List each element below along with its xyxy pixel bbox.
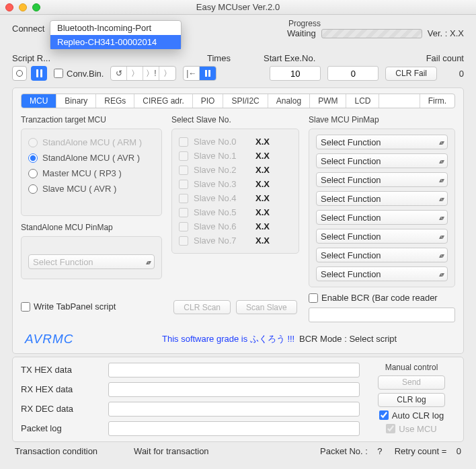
- slave-row-1: Slave No.1X.X: [179, 149, 292, 163]
- connect-label: Connect: [12, 24, 44, 34]
- standalone-pinmap-box: Select Function▴▾: [21, 236, 162, 279]
- startexe-label: Start Exe.No.: [264, 53, 331, 63]
- conv-bin-label: Conv.Bin.: [67, 69, 104, 79]
- tab-pio[interactable]: PIO: [193, 94, 224, 108]
- tab-mcu[interactable]: MCU: [22, 94, 56, 108]
- tab-lcd[interactable]: LCD: [346, 94, 379, 108]
- slave-pinmap-select-5[interactable]: Select Function▴▾: [316, 229, 448, 244]
- times-label: Times: [207, 53, 247, 63]
- slave-row-2: Slave No.2X.X: [179, 163, 292, 177]
- tab-cireg[interactable]: CIREG adr.: [134, 94, 192, 108]
- pause-button-2[interactable]: [200, 67, 216, 80]
- select-slave-title: Select Slave No.: [171, 115, 299, 124]
- pause-button-1[interactable]: [31, 66, 47, 81]
- radio-slave-avr[interactable]: Slave MCU ( AVR ): [28, 181, 155, 196]
- main-panel: MCU Binary REGs CIREG adr. PIO SPI/I2C A…: [12, 87, 464, 354]
- clr-scan-button[interactable]: CLR Scan: [173, 300, 231, 314]
- slave-pinmap-select-7[interactable]: Select Function▴▾: [316, 266, 448, 281]
- titlebar: Easy MCUser Ver.2.0: [0, 0, 476, 15]
- slave-pinmap-select-3[interactable]: Select Function▴▾: [316, 191, 448, 206]
- slave-pinmap-select-6[interactable]: Select Function▴▾: [316, 248, 448, 262]
- failcount-value: 0: [444, 69, 464, 79]
- target-mcu-title: Tranzaction target MCU: [21, 115, 162, 124]
- rxdec-input[interactable]: [108, 402, 360, 417]
- auto-clr-log-checkbox[interactable]: Auto CLR log: [379, 410, 444, 421]
- txhex-input[interactable]: [108, 363, 360, 377]
- conv-bin-checkbox[interactable]: Conv.Bin.: [54, 69, 104, 79]
- slave-row-6: Slave No.6X.X: [179, 219, 292, 233]
- software-grade-label: This software grade is ふくろう !!!: [162, 333, 299, 345]
- standalone-pinmap-title: StandAlone MCU PinMap: [21, 223, 162, 232]
- pktno-label: Packet No. :: [320, 446, 368, 456]
- progress-status: Waiting: [287, 28, 316, 38]
- retry-label: Retry count =: [395, 446, 447, 456]
- slave-row-7: Slave No.7X.X: [179, 233, 292, 248]
- clr-fail-button[interactable]: CLR Fail: [385, 67, 437, 81]
- wait-label: Wait for transaction: [134, 446, 209, 456]
- startexe-input[interactable]: [327, 66, 379, 81]
- port-option-bluetooth[interactable]: Bluetooth-Incoming-Port: [50, 21, 181, 35]
- clr-log-button[interactable]: CLR log: [378, 393, 445, 407]
- times-input[interactable]: [270, 66, 321, 81]
- rxhex-input[interactable]: [108, 382, 360, 397]
- reset-button[interactable]: |←: [184, 67, 200, 80]
- bcr-mode-label: BCR Mode : Select script: [299, 334, 397, 344]
- script-label: Script R...: [12, 53, 50, 63]
- slave-row-3: Slave No.3X.X: [179, 177, 292, 191]
- slave-pinmap-box: Select Function▴▾ Select Function▴▾ Sele…: [309, 129, 455, 287]
- slave-pinmap-title: Slave MCU PinMap: [309, 115, 455, 124]
- manual-control-label: Manual control: [385, 363, 438, 372]
- tab-firm[interactable]: Firm.: [420, 94, 454, 108]
- rxdec-label: RX DEC data: [21, 404, 102, 414]
- slave-row-5: Slave No.5X.X: [179, 205, 292, 219]
- tab-spi[interactable]: SPI/I2C: [223, 94, 268, 108]
- step-button-2[interactable]: 〉: [159, 67, 175, 80]
- target-mcu-box: StandAlone MCU ( ARM ) StandAlone MCU ( …: [21, 129, 162, 216]
- tab-binary[interactable]: Binary: [56, 94, 96, 108]
- failcount-label: Fail count: [417, 53, 464, 63]
- port-option-repleo[interactable]: Repleo-CH341-00002014: [50, 35, 181, 49]
- slave-row-4: Slave No.4X.X: [179, 191, 292, 205]
- reset-controls: |←: [183, 66, 216, 81]
- radio-avr[interactable]: StandAlone MCU ( AVR ): [28, 150, 155, 166]
- progress-label: Progress: [288, 19, 321, 28]
- record-button[interactable]: [12, 66, 27, 81]
- enable-bcr-checkbox[interactable]: Enable BCR (Bar code reader: [309, 293, 438, 303]
- use-mcu-checkbox: Use MCU: [386, 424, 436, 434]
- pktlog-input[interactable]: [108, 421, 360, 436]
- retry-value: 0: [457, 446, 461, 456]
- trans-cond-label: Transaction condition: [15, 446, 97, 456]
- slave-row-0: Slave No.0X.X: [179, 135, 292, 149]
- tab-analog[interactable]: Analog: [268, 94, 310, 108]
- slave-pinmap-select-2[interactable]: Select Function▴▾: [316, 172, 448, 187]
- slave-pinmap-select-0[interactable]: Select Function▴▾: [316, 135, 448, 149]
- tab-pwm[interactable]: PWM: [310, 94, 346, 108]
- radio-rp3[interactable]: Master MCU ( RP3 ): [28, 166, 155, 181]
- bcr-input[interactable]: [309, 308, 455, 322]
- status-row: Transaction condition Wait for transacti…: [0, 442, 476, 459]
- manual-control-col: Manual control Send CLR log Auto CLR log…: [368, 363, 455, 436]
- standalone-pinmap-select[interactable]: Select Function▴▾: [28, 254, 155, 269]
- pktno-value: ?: [377, 446, 382, 456]
- progress-bar: [321, 29, 422, 38]
- write-tabpanel-checkbox[interactable]: Write TabPanel script: [21, 301, 116, 312]
- step-break-button[interactable]: 〉!: [143, 67, 159, 80]
- step-button[interactable]: 〉: [127, 67, 143, 80]
- step-controls: ↺ 〉 〉! 〉: [110, 66, 176, 81]
- version-label: Ver. : X.X: [428, 28, 464, 38]
- slave-pinmap-select-1[interactable]: Select Function▴▾: [316, 153, 448, 168]
- tab-regs[interactable]: REGs: [96, 94, 134, 108]
- avrmc-logo: AVRMC: [21, 332, 162, 347]
- select-slave-box: Slave No.0X.X Slave No.1X.X Slave No.2X.…: [171, 129, 299, 254]
- pktlog-label: Packet log: [21, 423, 102, 433]
- comm-panel: TX HEX data RX HEX data RX DEC data Pack…: [12, 357, 464, 442]
- radio-arm: StandAlone MCU ( ARM ): [28, 135, 155, 150]
- scan-slave-button[interactable]: Scan Slave: [236, 300, 297, 314]
- tab-bar: MCU Binary REGs CIREG adr. PIO SPI/I2C A…: [21, 94, 455, 108]
- script-row: Script R... Times Start Exe.No. Fail cou…: [0, 50, 476, 63]
- rewind-button[interactable]: ↺: [111, 67, 127, 80]
- port-dropdown[interactable]: Bluetooth-Incoming-Port Repleo-CH341-000…: [50, 20, 182, 50]
- script-controls: Conv.Bin. ↺ 〉 〉! 〉 |← CLR Fail 0: [0, 63, 476, 81]
- slave-pinmap-select-4[interactable]: Select Function▴▾: [316, 210, 448, 225]
- send-button[interactable]: Send: [378, 375, 445, 390]
